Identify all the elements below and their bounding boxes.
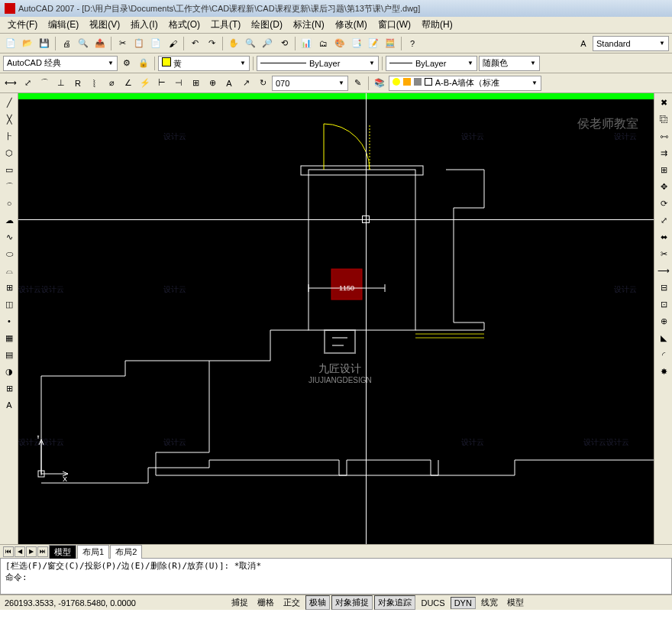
paste-button[interactable]: 📄 <box>148 36 163 51</box>
mirror-button[interactable]: ⧟ <box>656 128 671 144</box>
gradient-button[interactable]: ▤ <box>2 347 17 362</box>
rotate-button[interactable]: ⟳ <box>656 196 671 211</box>
tab-last-button[interactable]: ⏭ <box>37 546 48 557</box>
circle-button[interactable]: ○ <box>2 196 17 211</box>
plotstyle-dropdown[interactable]: 随颜色 ▼ <box>479 56 540 71</box>
dim-center-button[interactable]: ⊕ <box>205 76 220 91</box>
tool-palette-button[interactable]: 🎨 <box>332 36 347 51</box>
pan-button[interactable]: ✋ <box>226 36 241 51</box>
preview-button[interactable]: 🔍 <box>76 36 91 51</box>
menu-view[interactable]: 视图(V) <box>85 17 124 33</box>
copy-obj-button[interactable]: ⿻ <box>656 112 671 127</box>
cut-button[interactable]: ✂ <box>115 36 130 51</box>
dim-arc-button[interactable]: ⌒ <box>37 76 52 91</box>
rectangle-button[interactable]: ▭ <box>2 162 17 177</box>
ortho-toggle[interactable]: 正交 <box>279 595 304 610</box>
hatch-button[interactable]: ▦ <box>2 330 17 345</box>
menu-help[interactable]: 帮助(H) <box>417 17 457 33</box>
dim-radius-button[interactable]: R <box>70 76 86 91</box>
dim-tedit-button[interactable]: ↗ <box>238 76 254 91</box>
workspace-dropdown[interactable]: AutoCAD 经典 ▼ <box>3 56 118 71</box>
point-button[interactable]: • <box>2 313 17 329</box>
dim-tolerance-button[interactable]: ⊞ <box>188 76 203 91</box>
zoom-rt-button[interactable]: 🔍 <box>243 36 258 51</box>
otrack-toggle[interactable]: 对象追踪 <box>374 595 415 610</box>
redo-button[interactable]: ↷ <box>204 36 219 51</box>
menu-dimension[interactable]: 标注(N) <box>289 17 329 33</box>
osnap-toggle[interactable]: 对象捕捉 <box>331 595 373 610</box>
dim-baseline-button[interactable]: ⊢ <box>154 76 170 91</box>
fillet-button[interactable]: ◜ <box>656 347 671 362</box>
menu-format[interactable]: 格式(O) <box>164 17 205 33</box>
dim-quick-button[interactable]: ⚡ <box>137 76 153 91</box>
dim-update-button[interactable]: ↻ <box>255 76 270 91</box>
arc-button[interactable]: ⌒ <box>2 179 17 194</box>
dim-linear-button[interactable]: ⟷ <box>3 76 18 91</box>
block-button[interactable]: ◫ <box>2 297 17 312</box>
zoom-prev-button[interactable]: ⟲ <box>276 36 292 51</box>
menu-tools[interactable]: 工具(T) <box>206 17 245 33</box>
polygon-button[interactable]: ⬡ <box>2 145 17 160</box>
menu-modify[interactable]: 修改(M) <box>331 17 372 33</box>
spline-button[interactable]: ∿ <box>2 229 17 245</box>
join-button[interactable]: ⊕ <box>656 313 671 329</box>
dim-diameter-button[interactable]: ⌀ <box>104 76 119 91</box>
break-button[interactable]: ⊡ <box>656 297 671 312</box>
tab-first-button[interactable]: ⏮ <box>3 546 14 557</box>
menu-file[interactable]: 文件(F) <box>3 17 42 33</box>
offset-button[interactable]: ⇉ <box>656 145 671 160</box>
dim-angular-button[interactable]: ∠ <box>121 76 136 91</box>
dimstyle-dropdown[interactable]: 070 ▼ <box>272 76 348 91</box>
dimstyle-button[interactable]: ✎ <box>350 76 365 91</box>
command-window[interactable]: [栏选(F)/窗交(C)/投影(P)/边(E)/删除(R)/放弃(U)]: *取… <box>0 558 672 595</box>
chamfer-button[interactable]: ◣ <box>656 330 671 345</box>
save-button[interactable]: 💾 <box>37 36 52 51</box>
insert-button[interactable]: ⊞ <box>2 280 17 295</box>
text-style-icon[interactable]: A <box>576 36 591 51</box>
mtext-button[interactable]: A <box>2 397 17 413</box>
copy-button[interactable]: 📋 <box>131 36 147 51</box>
xline-button[interactable]: ╳ <box>2 112 17 127</box>
menu-edit[interactable]: 编辑(E) <box>44 17 83 33</box>
dim-aligned-button[interactable]: ⤢ <box>20 76 35 91</box>
trim-button[interactable]: ✂ <box>656 246 671 261</box>
extend-button[interactable]: ⟶ <box>656 263 671 278</box>
revcloud-button[interactable]: ☁ <box>2 212 17 228</box>
lineweight-dropdown[interactable]: ByLayer ▼ <box>386 56 477 71</box>
dyn-toggle[interactable]: DYN <box>451 597 476 609</box>
erase-button[interactable]: ✖ <box>656 95 671 110</box>
layer-manager-button[interactable]: 📚 <box>372 76 387 91</box>
coordinates[interactable]: 260193.3533, -91768.5480, 0.0000 <box>5 598 165 608</box>
design-center-button[interactable]: 🗂 <box>315 36 331 51</box>
explode-button[interactable]: ✸ <box>656 364 671 379</box>
undo-button[interactable]: ↶ <box>187 36 202 51</box>
menu-window[interactable]: 窗口(W) <box>373 17 415 33</box>
zoom-win-button[interactable]: 🔎 <box>260 36 275 51</box>
region-button[interactable]: ◑ <box>2 364 17 379</box>
dim-jogged-button[interactable]: ⦚ <box>87 76 102 91</box>
menu-insert[interactable]: 插入(I) <box>126 17 162 33</box>
tab-layout2[interactable]: 布局2 <box>110 545 142 559</box>
calc-button[interactable]: 🧮 <box>383 36 398 51</box>
scale-button[interactable]: ⤢ <box>656 212 671 228</box>
publish-button[interactable]: 📤 <box>92 36 108 51</box>
polar-toggle[interactable]: 极轴 <box>305 595 330 610</box>
markup-button[interactable]: 📝 <box>366 36 381 51</box>
array-button[interactable]: ⊞ <box>656 162 671 177</box>
tab-next-button[interactable]: ▶ <box>26 546 37 557</box>
open-button[interactable]: 📂 <box>20 36 35 51</box>
lwt-toggle[interactable]: 线宽 <box>477 595 502 610</box>
dim-edit-button[interactable]: A <box>221 76 237 91</box>
ellipse-arc-button[interactable]: ⌓ <box>2 263 17 278</box>
match-button[interactable]: 🖌 <box>165 36 180 51</box>
help-button[interactable]: ? <box>405 36 420 51</box>
drawing-viewport[interactable]: 侯老师教室 设计云 设计云 设计云 设计云设计云 设计云 设计云 设计云设计云 … <box>18 93 654 544</box>
break-pt-button[interactable]: ⊟ <box>656 280 671 295</box>
line-button[interactable]: ╱ <box>2 95 17 110</box>
model-toggle[interactable]: 模型 <box>503 595 528 610</box>
tab-prev-button[interactable]: ◀ <box>15 546 25 557</box>
workspace-lock-button[interactable]: 🔒 <box>136 56 151 71</box>
sheet-set-button[interactable]: 📑 <box>349 36 364 51</box>
linetype-dropdown[interactable]: ByLayer ▼ <box>257 56 379 71</box>
ellipse-button[interactable]: ⬭ <box>2 246 17 261</box>
